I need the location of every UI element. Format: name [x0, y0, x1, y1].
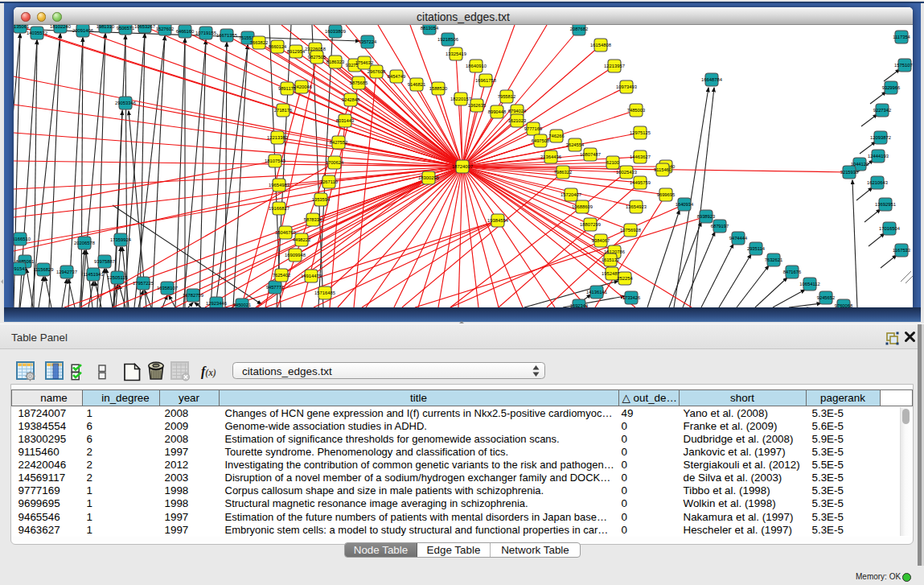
svg-text:3624554: 3624554	[566, 142, 585, 147]
svg-text:9146821: 9146821	[408, 82, 426, 87]
svg-text:13692951: 13692951	[875, 202, 896, 207]
svg-text:16648784: 16648784	[701, 77, 723, 82]
svg-text:16782759: 16782759	[183, 293, 203, 298]
svg-text:8454749: 8454749	[388, 74, 406, 79]
svg-text:10653267: 10653267	[134, 25, 155, 29]
svg-text:19166827: 19166827	[269, 206, 290, 211]
svg-text:1640934: 1640934	[676, 202, 694, 207]
svg-text:1621023: 1621023	[508, 118, 527, 123]
svg-text:18220157: 18220157	[450, 97, 471, 101]
svg-text:17016504: 17016504	[879, 226, 901, 231]
svg-text:12923446: 12923446	[206, 301, 227, 306]
svg-text:9245652: 9245652	[817, 295, 836, 300]
svg-text:13654923: 13654923	[626, 204, 647, 209]
svg-text:5875685: 5875685	[350, 80, 368, 85]
svg-text:18724007: 18724007	[452, 164, 473, 169]
svg-text:8938923: 8938923	[697, 214, 716, 219]
svg-text:12213957: 12213957	[604, 64, 625, 68]
svg-text:1362635: 1362635	[468, 103, 487, 108]
svg-text:10358107: 10358107	[157, 286, 178, 290]
svg-text:1700624: 1700624	[326, 160, 344, 165]
svg-text:16046769: 16046769	[275, 230, 296, 235]
svg-text:5878334: 5878334	[304, 217, 322, 222]
svg-text:9891175: 9891175	[278, 86, 296, 91]
svg-text:10688609: 10688609	[572, 204, 593, 209]
svg-text:16210643: 16210643	[867, 180, 888, 185]
svg-text:8186323: 8186323	[326, 60, 345, 64]
svg-text:16671355: 16671355	[216, 33, 237, 38]
svg-text:15716485: 15716485	[314, 290, 335, 295]
svg-text:4498222: 4498222	[293, 237, 311, 242]
svg-text:9827505: 9827505	[308, 55, 326, 60]
svg-text:10719155: 10719155	[195, 31, 216, 35]
svg-text:9506571: 9506571	[117, 26, 135, 31]
svg-text:15751074: 15751074	[894, 63, 913, 68]
svg-text:1588520: 1588520	[429, 86, 448, 91]
svg-text:14035572: 14035572	[27, 31, 47, 35]
svg-text:8427552: 8427552	[330, 140, 348, 145]
svg-text:9457771: 9457771	[266, 285, 285, 290]
svg-text:16961758: 16961758	[475, 78, 496, 83]
svg-text:62100: 62100	[606, 160, 619, 165]
svg-text:12444193: 12444193	[868, 154, 889, 159]
svg-text:9115460: 9115460	[654, 167, 671, 172]
svg-text:16154808: 16154808	[590, 43, 611, 47]
svg-text:2935114: 2935114	[747, 246, 766, 251]
svg-text:13325419: 13325419	[446, 51, 466, 56]
svg-text:8471676: 8471676	[783, 270, 802, 274]
svg-text:10756928: 10756928	[620, 228, 641, 233]
svg-text:20206578: 20206578	[74, 241, 95, 245]
svg-text:1733426: 1733426	[622, 295, 641, 300]
svg-text:1167533: 1167533	[893, 248, 910, 253]
svg-text:14136141: 14136141	[586, 290, 607, 295]
svg-text:8912954: 8912954	[287, 49, 306, 54]
svg-text:29053346: 29053346	[115, 101, 136, 105]
svg-text:9474444: 9474444	[729, 236, 748, 241]
svg-text:7955812: 7955812	[498, 94, 516, 99]
svg-text:12213382: 12213382	[267, 135, 288, 140]
svg-text:18102240: 18102240	[50, 25, 71, 29]
svg-text:8990448: 8990448	[488, 109, 507, 114]
svg-text:12942737: 12942737	[56, 270, 77, 274]
svg-text:26166510: 26166510	[14, 237, 31, 241]
svg-text:18640910: 18640910	[466, 64, 487, 68]
svg-text:1615132: 1615132	[602, 257, 620, 262]
svg-text:9329966: 9329966	[882, 85, 901, 90]
svg-text:18107543: 18107543	[265, 159, 285, 163]
svg-text:10807487: 10807487	[580, 152, 601, 157]
svg-text:6794024: 6794024	[508, 109, 527, 113]
svg-text:9227342: 9227342	[873, 108, 892, 113]
svg-text:12975125: 12975125	[630, 130, 651, 135]
svg-text:14914479: 14914479	[301, 274, 322, 278]
svg-text:10973493: 10973493	[616, 84, 637, 89]
svg-text:1353594: 1353594	[312, 197, 331, 202]
svg-text:252254: 252254	[617, 276, 633, 281]
svg-text:17957225: 17957225	[133, 281, 154, 286]
svg-text:1754632: 1754632	[355, 60, 374, 65]
svg-text:19384554: 19384554	[487, 218, 509, 223]
svg-text:7625402: 7625402	[273, 273, 291, 278]
svg-text:7357224: 7357224	[359, 39, 377, 44]
svg-text:10654112: 10654112	[799, 282, 819, 286]
svg-text:7663822: 7663822	[250, 40, 269, 45]
svg-text:6466160: 6466160	[176, 29, 195, 34]
svg-text:7485003: 7485003	[627, 108, 646, 113]
svg-text:7986322: 7986322	[554, 170, 573, 175]
svg-text:1527602: 1527602	[156, 27, 175, 31]
svg-text:17359924: 17359924	[110, 237, 132, 242]
svg-text:2087682: 2087682	[570, 27, 589, 31]
svg-text:9699695: 9699695	[657, 192, 676, 197]
svg-text:16033809: 16033809	[325, 29, 346, 34]
svg-text:8813054: 8813054	[421, 26, 439, 31]
svg-text:9384067: 9384067	[592, 238, 610, 243]
svg-text:14463627: 14463627	[630, 154, 651, 159]
svg-text:7632621: 7632621	[765, 257, 783, 262]
svg-text:6879197: 6879197	[711, 224, 729, 229]
svg-text:1981310: 1981310	[97, 25, 115, 29]
svg-text:16909948: 16909948	[285, 253, 306, 257]
svg-text:8135061: 8135061	[14, 25, 29, 29]
svg-text:93975887: 93975887	[94, 259, 115, 264]
svg-text:8031443: 8031443	[336, 118, 355, 123]
svg-text:10025433: 10025433	[616, 170, 637, 175]
svg-text:746266: 746266	[548, 134, 564, 138]
